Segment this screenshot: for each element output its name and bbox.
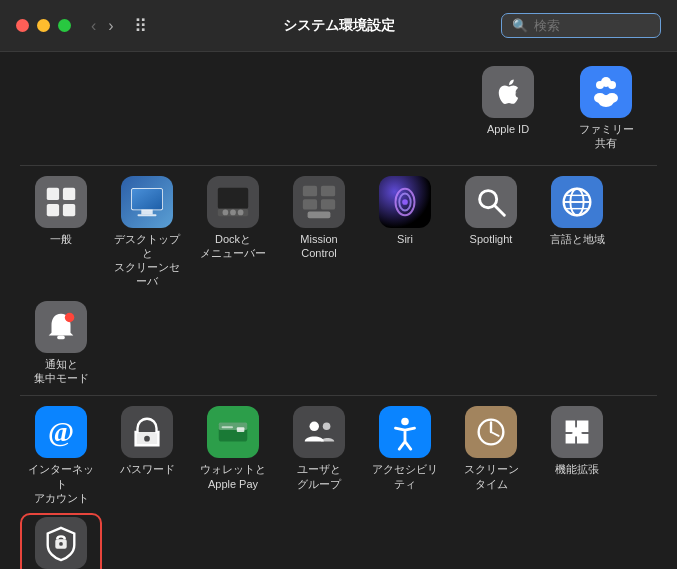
icon-siri[interactable]: Siri [364,172,446,293]
svg-line-47 [491,432,499,436]
icon-spotlight[interactable]: Spotlight [450,172,532,293]
svg-rect-12 [141,209,152,214]
svg-point-2 [601,77,611,87]
svg-point-17 [230,209,236,215]
siri-label: Siri [397,232,413,246]
svg-point-37 [144,436,150,442]
svg-point-43 [323,423,331,431]
svg-point-42 [310,422,320,432]
grid-icon[interactable]: ⠿ [134,15,147,37]
svg-point-5 [598,95,614,107]
svg-point-49 [59,542,63,546]
svg-rect-19 [303,185,317,195]
dock-icon [207,176,259,228]
family-sharing-icon [580,66,632,118]
general-icon [35,176,87,228]
mission-control-label: Mission Control [300,232,337,261]
divider-0 [20,165,657,166]
passwords-label: パスワード [120,462,175,476]
search-box[interactable]: 🔍 [501,13,661,38]
svg-rect-7 [63,187,75,199]
apple-id-icon [482,66,534,118]
svg-rect-22 [321,199,335,209]
svg-rect-34 [57,335,65,339]
maximize-button[interactable] [58,19,71,32]
minimize-button[interactable] [37,19,50,32]
close-button[interactable] [16,19,29,32]
notifications-icon [35,301,87,353]
svg-point-26 [402,199,408,205]
icon-desktop[interactable]: デスクトップと スクリーンセーバ [106,172,188,293]
svg-line-28 [495,205,505,215]
internet-accounts-icon: @ [35,406,87,458]
icon-notifications[interactable]: 通知と 集中モード [20,297,102,390]
svg-rect-21 [303,199,317,209]
svg-point-44 [401,418,409,426]
icon-general[interactable]: 一般 [20,172,102,293]
icon-accessibility[interactable]: アクセシビリティ [364,402,446,509]
extensions-label: 機能拡張 [555,462,599,476]
titlebar: ‹ › ⠿ システム環境設定 🔍 [0,0,677,52]
screen-time-label: スクリーン タイム [464,462,519,491]
svg-rect-11 [132,188,162,209]
apple-id-label: Apple ID [487,122,529,136]
svg-rect-40 [237,428,245,433]
users-label: ユーザと グループ [297,462,341,491]
svg-point-18 [238,209,244,215]
divider-1 [20,395,657,396]
icon-extensions[interactable]: 機能拡張 [536,402,618,509]
mission-control-icon [293,176,345,228]
passwords-icon [121,406,173,458]
icon-screen-time[interactable]: スクリーン タイム [450,402,532,509]
svg-rect-6 [47,187,59,199]
svg-point-16 [223,209,229,215]
desktop-label: デスクトップと スクリーンセーバ [110,232,184,289]
family-sharing-label: ファミリー 共有 [579,122,634,151]
accessibility-icon [379,406,431,458]
icon-passwords[interactable]: パスワード [106,402,188,509]
svg-rect-13 [138,214,157,216]
wallet-icon [207,406,259,458]
svg-rect-14 [218,187,248,208]
desktop-icon [121,176,173,228]
window-title: システム環境設定 [283,17,395,35]
icon-internet-accounts[interactable]: @ インターネット アカウント [20,402,102,509]
section-2: @ インターネット アカウント パスワード [20,402,657,569]
svg-rect-41 [222,427,233,429]
general-label: 一般 [50,232,72,246]
icon-language[interactable]: 言語と地域 [536,172,618,293]
spotlight-label: Spotlight [470,232,513,246]
spotlight-icon [465,176,517,228]
siri-icon [379,176,431,228]
language-label: 言語と地域 [550,232,605,246]
dock-label: Dockと メニューバー [200,232,266,261]
svg-rect-8 [47,203,59,215]
svg-rect-9 [63,203,75,215]
search-icon: 🔍 [512,18,528,33]
search-input[interactable] [534,18,650,33]
wallet-label: ウォレットと Apple Pay [200,462,266,491]
icon-security-privacy[interactable]: セキュリティと プライバシー [20,513,102,569]
icon-dock[interactable]: Dockと メニューバー [192,172,274,293]
svg-point-35 [65,313,75,323]
users-icon [293,406,345,458]
back-arrow[interactable]: ‹ [87,15,100,37]
icon-wallet[interactable]: ウォレットと Apple Pay [192,402,274,509]
svg-rect-23 [308,211,331,218]
svg-rect-20 [321,185,335,195]
screen-time-icon [465,406,517,458]
icon-apple-id[interactable]: Apple ID [467,62,549,155]
icon-mission-control[interactable]: Mission Control [278,172,360,293]
extensions-icon [551,406,603,458]
notifications-label: 通知と 集中モード [34,357,89,386]
icon-family-sharing[interactable]: ファミリー 共有 [565,62,647,155]
icon-users[interactable]: ユーザと グループ [278,402,360,509]
accessibility-label: アクセシビリティ [368,462,442,491]
security-privacy-icon [35,517,87,569]
main-content: Apple ID ファミリー 共有 [0,52,677,569]
forward-arrow[interactable]: › [104,15,117,37]
section-1: 一般 デスクトップと スクリーンセーバ [20,172,657,390]
traffic-lights [16,19,71,32]
language-icon [551,176,603,228]
top-row: Apple ID ファミリー 共有 [20,62,657,155]
